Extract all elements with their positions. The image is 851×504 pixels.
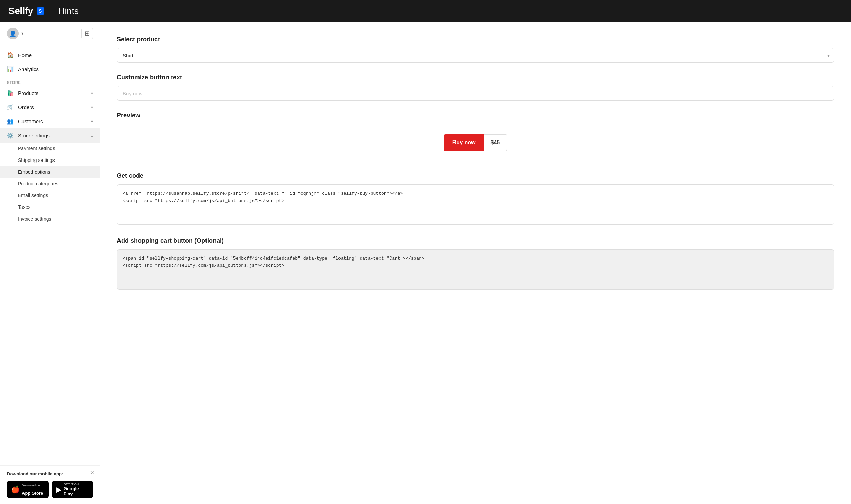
preview-section: Preview Buy now $45 [117,112,834,161]
logo-text: Sellfy [8,6,33,17]
sidebar-item-store-settings-label: Store settings [18,133,50,138]
invoice-settings-label: Invoice settings [18,216,51,222]
analytics-icon: 📊 [7,66,14,72]
sidebar-item-products-label: Products [18,90,38,96]
main-layout: 👤 ▾ ⊞ 🏠 Home 📊 Analytics Store [0,22,851,504]
sidebar-item-orders[interactable]: 🛒 Orders ▾ [0,100,100,114]
customize-button-section: Customize button text [117,74,834,101]
google-play-small-text: GET IT ON [64,483,89,486]
google-play-button[interactable]: ▶ GET IT ON Google Play [52,481,93,498]
get-code-textarea[interactable]: <a href="https://susannap.sellfy.store/p… [117,184,834,225]
taxes-label: Taxes [18,204,31,210]
sidebar-top: 👤 ▾ ⊞ [0,22,100,45]
products-chevron-icon: ▾ [91,91,93,96]
store-icon-button[interactable]: ⊞ [81,28,93,39]
buy-price-group: Buy now $45 [444,134,507,151]
sidebar-item-analytics[interactable]: 📊 Analytics [0,62,100,76]
apple-icon: 🍎 [11,485,20,494]
mobile-banner-title: Download our mobile app: [7,471,93,476]
preview-label: Preview [117,112,834,119]
sidebar-item-store-settings[interactable]: ⚙️ Store settings ▴ [0,128,100,143]
shopping-cart-label: Add shopping cart button (Optional) [117,237,834,244]
sidebar-item-home[interactable]: 🏠 Home [0,48,100,62]
product-categories-label: Product categories [18,181,58,186]
get-code-section: Get code <a href="https://susannap.sellf… [117,172,834,226]
customers-icon: 👥 [7,118,14,125]
google-play-big-text: Google Play [64,486,89,496]
get-code-label: Get code [117,172,834,180]
avatar: 👤 [7,28,19,39]
buy-now-button[interactable]: Buy now [444,134,484,151]
shopping-cart-section: Add shopping cart button (Optional) <spa… [117,237,834,291]
preview-area: Buy now $45 [117,124,834,161]
main-content: Select product Shirt ▾ Customize button … [100,22,851,504]
sidebar-item-customers-label: Customers [18,118,43,124]
banner-close-button[interactable]: ✕ [90,470,94,475]
app-store-big-text: App Store [22,491,45,496]
logo-badge: S [37,7,44,15]
mobile-app-banner: ✕ Download our mobile app: 🍎 Download on… [0,465,100,504]
email-settings-label: Email settings [18,193,48,198]
select-product-section: Select product Shirt ▾ [117,36,834,63]
user-area[interactable]: 👤 ▾ [7,28,23,39]
sidebar-item-taxes[interactable]: Taxes [0,201,100,213]
sidebar-item-invoice-settings[interactable]: Invoice settings [0,213,100,225]
sidebar-item-customers[interactable]: 👥 Customers ▾ [0,114,100,128]
home-icon: 🏠 [7,52,14,58]
select-product-dropdown[interactable]: Shirt [117,48,834,63]
sidebar-item-product-categories[interactable]: Product categories [0,178,100,190]
sidebar-item-products[interactable]: 🛍️ Products ▾ [0,86,100,100]
shopping-cart-textarea[interactable]: <span id="sellfy-shopping-cart" data-id=… [117,249,834,290]
sidebar-item-embed-options[interactable]: Embed options [0,166,100,178]
store-label: Store [0,76,100,86]
page-title: Hints [58,6,79,17]
embed-options-label: Embed options [18,169,50,175]
orders-chevron-icon: ▾ [91,105,93,110]
select-product-wrapper: Shirt ▾ [117,48,834,63]
top-header: Sellfy S Hints [0,0,851,22]
app-store-small-text: Download on the [22,484,45,491]
sidebar-item-home-label: Home [18,52,32,58]
store-settings-chevron-icon: ▴ [91,133,93,138]
customers-chevron-icon: ▾ [91,119,93,124]
sidebar-item-shipping-settings[interactable]: Shipping settings [0,154,100,166]
price-badge: $45 [484,134,507,151]
select-product-label: Select product [117,36,834,43]
main-nav: 🏠 Home 📊 Analytics Store 🛍️ Products ▾ [0,45,100,227]
store-settings-icon: ⚙️ [7,132,14,139]
sidebar-item-orders-label: Orders [18,104,34,110]
header-divider [51,6,51,17]
app-store-button[interactable]: 🍎 Download on the App Store [7,481,49,498]
sidebar: 👤 ▾ ⊞ 🏠 Home 📊 Analytics Store [0,22,100,504]
payment-settings-label: Payment settings [18,146,55,151]
button-text-input[interactable] [117,86,834,101]
customize-button-label: Customize button text [117,74,834,81]
google-play-icon: ▶ [56,485,61,494]
sidebar-item-analytics-label: Analytics [18,66,39,72]
sidebar-item-payment-settings[interactable]: Payment settings [0,143,100,154]
products-icon: 🛍️ [7,90,14,96]
orders-icon: 🛒 [7,104,14,110]
sidebar-item-email-settings[interactable]: Email settings [0,190,100,201]
app-buttons-group: 🍎 Download on the App Store ▶ GET IT ON … [7,481,93,498]
user-chevron-icon: ▾ [21,31,23,36]
logo-area: Sellfy S [8,6,44,17]
shipping-settings-label: Shipping settings [18,157,55,163]
